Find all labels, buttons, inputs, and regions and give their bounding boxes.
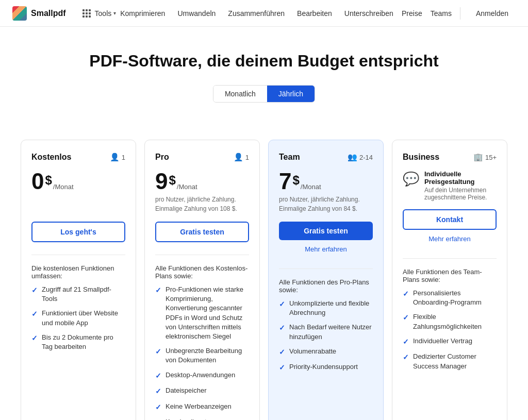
price-row-pro: 9 $ /Monat: [155, 170, 249, 193]
feature-item: ✓ Funktioniert über Website und mobile A…: [31, 309, 125, 327]
price-currency-team: $: [292, 174, 299, 187]
price-amount-kostenlos: 0: [31, 170, 44, 193]
checkmark-icon: ✓: [155, 347, 161, 357]
feature-item: ✓ Personalisiertes Onboarding-Programm: [403, 289, 497, 307]
checkmark-icon: ✓: [31, 309, 38, 320]
price-row-kostenlos: 0 $ /Monat: [31, 170, 125, 193]
feature-item: ✓ Individueller Vertrag: [403, 337, 497, 347]
card-header-team: Team 👥 2-14: [279, 153, 373, 162]
logo-text: Smallpdf: [31, 9, 66, 18]
features-header-pro: Alle Funktionen des Kostenlos-Plans sowi…: [155, 264, 249, 280]
custom-pricing-block: 💬 Individuelle Preisgestaltung Auf dein …: [403, 170, 497, 201]
pricing-grid: Kostenlos 👤 1 0 $ /Monat Los geht's Die …: [21, 140, 507, 420]
nav-link-preise[interactable]: Preise: [402, 9, 422, 18]
features-header-business: Alle Funktionen des Team-Plans sowie:: [403, 268, 497, 283]
price-currency-pro: $: [169, 174, 175, 187]
price-amount-team: 7: [279, 170, 291, 193]
price-period-pro: /Monat: [177, 183, 197, 191]
cta-button-team[interactable]: Gratis testen: [279, 222, 373, 240]
price-amount-pro: 9: [155, 170, 168, 193]
hero-section: PDF-Software, die deinem Budget entspric…: [0, 27, 528, 140]
monthly-toggle[interactable]: Monatlich: [213, 86, 267, 102]
tools-label: Tools: [95, 9, 112, 18]
plan-users-team: 👥 2-14: [348, 153, 373, 162]
plan-card-business: Business 🏢 15+ 💬 Individuelle Preisgesta…: [392, 140, 507, 420]
learn-more-link-business[interactable]: Mehr erfahren: [403, 235, 497, 243]
card-header-kostenlos: Kostenlos 👤 1: [31, 153, 125, 162]
plan-card-team: Team 👥 2-14 7 $ /Monat pro Nutzer, jährl…: [268, 140, 384, 420]
building-icon: 🏢: [473, 153, 483, 162]
pricing-section: Kostenlos 👤 1 0 $ /Monat Los geht's Die …: [0, 140, 528, 420]
nav-link-umwandeln[interactable]: Umwandeln: [177, 9, 216, 18]
feature-item: ✓ Pro-Funktionen wie starke Komprimierun…: [155, 285, 249, 341]
nav-right: Preise Teams Anmelden: [402, 6, 516, 21]
chevron-down-icon: ▾: [113, 10, 116, 16]
price-row-team: 7 $ /Monat: [279, 170, 373, 193]
checkmark-icon: ✓: [155, 371, 161, 381]
logo[interactable]: Smallpdf: [12, 6, 66, 21]
plan-users-pro: 👤 1: [234, 153, 249, 162]
checkmark-icon: ✓: [155, 402, 161, 413]
price-currency-kostenlos: $: [45, 174, 52, 187]
feature-item: ✓ Unbegrenzte Bearbeitung von Dokumenten: [155, 346, 249, 365]
plan-title-kostenlos: Kostenlos: [31, 153, 71, 162]
feature-item: ✓ Kundendienst: [155, 417, 249, 420]
feature-item: ✓ Keine Werbeanzeigen: [155, 402, 249, 413]
apps-icon: [82, 9, 91, 18]
plan-title-team: Team: [279, 153, 300, 162]
logo-icon: [12, 6, 27, 21]
nav-link-zusammenfuehren[interactable]: Zusammenführen: [228, 9, 285, 18]
nav-link-unterschreiben[interactable]: Unterschreiben: [344, 9, 393, 18]
nav-links: Komprimieren Umwandeln Zusammenführen Be…: [120, 9, 402, 18]
signin-button[interactable]: Anmelden: [469, 6, 516, 21]
billing-toggle: Monatlich Jährlich: [213, 85, 315, 103]
cta-button-kostenlos[interactable]: Los geht's: [31, 222, 125, 242]
checkmark-icon: ✓: [279, 347, 285, 358]
feature-item: ✓ Nach Bedarf weitere Nutzer hinzufügen: [279, 323, 373, 341]
price-note-pro: pro Nutzer, jährliche Zahlung. Einmalige…: [155, 195, 249, 213]
checkmark-icon: ✓: [403, 289, 409, 299]
hero-title: PDF-Software, die deinem Budget entspric…: [12, 52, 516, 71]
nav-link-bearbeiten[interactable]: Bearbeiten: [297, 9, 332, 18]
features-header-team: Alle Funktionen des Pro-Plans sowie:: [279, 278, 373, 294]
features-header-kostenlos: Die kostenlosen Funktionen umfassen:: [31, 264, 125, 280]
feature-item: ✓ Flexible Zahlungsmöglichkeiten: [403, 312, 497, 331]
nav-link-komprimieren[interactable]: Komprimieren: [120, 9, 165, 18]
yearly-toggle[interactable]: Jährlich: [267, 86, 315, 102]
feature-item: ✓ Desktop-Anwendungen: [155, 371, 249, 381]
checkmark-icon: ✓: [31, 285, 38, 296]
feature-item: ✓ Dateispeicher: [155, 386, 249, 397]
plan-users-kostenlos: 👤 1: [110, 153, 125, 162]
person-icon: 👤: [110, 153, 120, 162]
checkmark-icon: ✓: [155, 387, 161, 397]
checkmark-icon: ✓: [403, 313, 409, 323]
card-header-pro: Pro 👤 1: [155, 153, 249, 162]
plan-title-business: Business: [403, 153, 439, 162]
feature-list-pro: ✓ Pro-Funktionen wie starke Komprimierun…: [155, 285, 249, 420]
price-period-team: /Monat: [301, 183, 321, 191]
learn-more-link-team[interactable]: Mehr erfahren: [279, 245, 373, 253]
feature-list-kostenlos: ✓ Zugriff auf 21 Smallpdf-Tools ✓ Funkti…: [31, 285, 125, 351]
checkmark-icon: ✓: [279, 363, 285, 373]
tools-menu-button[interactable]: Tools ▾: [78, 7, 121, 20]
plan-card-kostenlos: Kostenlos 👤 1 0 $ /Monat Los geht's Die …: [21, 140, 136, 420]
cta-button-business[interactable]: Kontakt: [403, 209, 497, 230]
checkmark-icon: ✓: [279, 323, 285, 333]
nav-link-teams[interactable]: Teams: [431, 9, 452, 18]
cta-button-pro[interactable]: Gratis testen: [155, 222, 249, 242]
checkmark-icon: ✓: [279, 299, 285, 310]
checkmark-icon: ✓: [31, 333, 38, 344]
feature-list-team: ✓ Unkomplizierte und flexible Abrechnung…: [279, 299, 373, 373]
price-note-kostenlos: [31, 195, 125, 213]
feature-item: ✓ Priority-Kundensupport: [279, 362, 373, 373]
plan-title-pro: Pro: [155, 153, 169, 162]
custom-pricing-sub: Auf dein Unternehmen zugeschnittene Prei…: [424, 187, 497, 201]
custom-pricing-label: Individuelle Preisgestaltung: [424, 170, 497, 186]
person-icon: 👤: [234, 153, 243, 162]
checkmark-icon: ✓: [155, 285, 161, 296]
group-icon: 👥: [348, 153, 357, 162]
feature-list-business: ✓ Personalisiertes Onboarding-Programm ✓…: [403, 289, 497, 371]
feature-item: ✓ Unkomplizierte und flexible Abrechnung: [279, 299, 373, 317]
feature-item: ✓ Zugriff auf 21 Smallpdf-Tools: [31, 285, 125, 304]
feature-item: ✓ Dedizierter Customer Success Manager: [403, 352, 497, 371]
